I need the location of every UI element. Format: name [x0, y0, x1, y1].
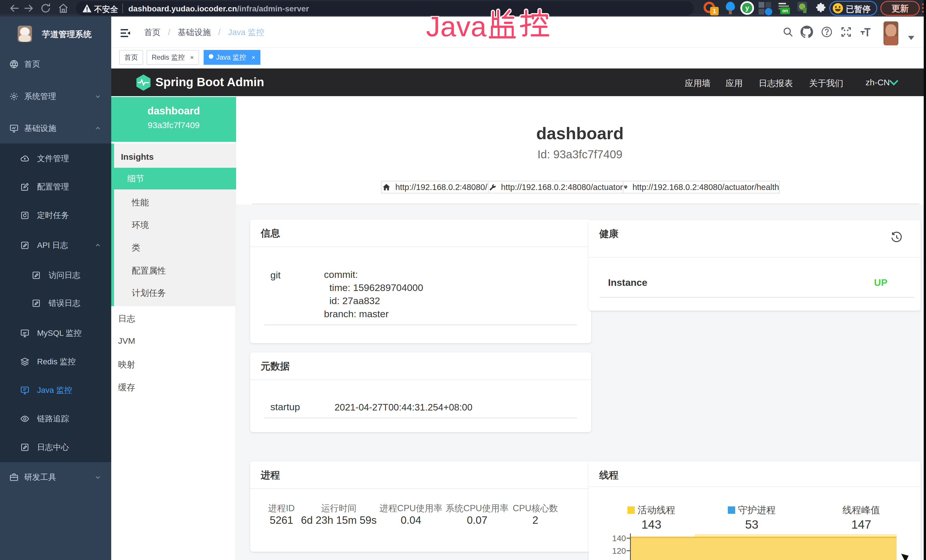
svg-text:Java: Java	[426, 11, 487, 42]
